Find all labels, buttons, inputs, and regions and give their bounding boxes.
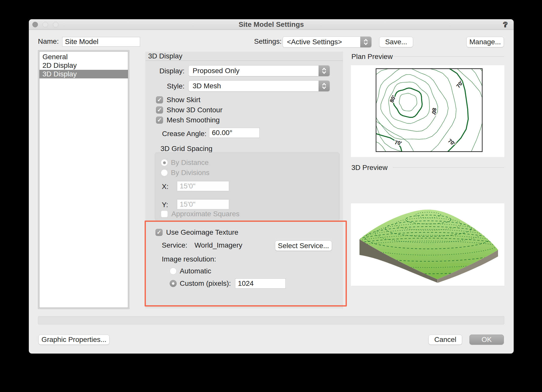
contour-label: 80' — [431, 107, 438, 115]
y-input[interactable] — [177, 199, 229, 209]
checkbox-label: Use Geoimage Texture — [166, 228, 238, 236]
cancel-button[interactable]: Cancel — [428, 335, 462, 345]
site-model-settings-dialog: Site Model Settings ? Name: Settings: <A… — [29, 19, 514, 354]
x-label: X: — [162, 183, 168, 191]
service-value: World_Imagery — [194, 241, 242, 249]
radio-custom-pixels[interactable] — [170, 280, 177, 287]
display-label: Display: — [148, 67, 185, 75]
radio-automatic[interactable] — [170, 268, 177, 275]
checkbox-label: Show Skirt — [167, 96, 200, 104]
contour-label: 70' — [447, 138, 456, 147]
style-dropdown-value: 3D Mesh — [189, 82, 319, 90]
crease-angle-label: Crease Angle: — [162, 130, 207, 138]
list-item-3d-display[interactable]: 3D Display — [39, 70, 128, 78]
checkbox-use-geoimage-texture[interactable]: ✓ — [155, 229, 163, 236]
crease-angle-input[interactable] — [209, 128, 260, 138]
radio-by-distance[interactable] — [161, 159, 168, 166]
help-icon[interactable]: ? — [503, 20, 508, 29]
list-item-general[interactable]: General — [39, 53, 128, 61]
ok-button[interactable]: OK — [469, 335, 504, 345]
save-button[interactable]: Save... — [379, 37, 413, 47]
graphic-properties-button[interactable]: Graphic Properties... — [38, 335, 109, 345]
style-label: Style: — [148, 82, 185, 90]
plan-contour-map: 70' 80' 80' 70' 70' — [376, 68, 483, 152]
service-label: Service: — [162, 241, 187, 249]
grid-spacing-title: 3D Grid Spacing — [161, 145, 212, 153]
preview-3d-title: 3D Preview — [351, 164, 388, 172]
list-item-2d-display[interactable]: 2D Display — [39, 61, 128, 70]
checkbox-label: Show 3D Contour — [167, 106, 222, 114]
section-title-3d-display: 3D Display — [148, 52, 182, 60]
category-list: General 2D Display 3D Display — [38, 50, 129, 309]
settings-dropdown[interactable]: <Active Settings> — [283, 36, 372, 48]
y-label: Y: — [162, 201, 168, 209]
plan-preview-panel: 70' 80' 80' 70' 70' — [351, 65, 504, 157]
style-dropdown[interactable]: 3D Mesh — [188, 80, 330, 92]
x-input[interactable] — [177, 181, 229, 191]
plan-preview-separator — [393, 56, 504, 57]
checkbox-show-skirt[interactable]: ✓ — [156, 96, 163, 103]
section-separator — [145, 60, 343, 61]
settings-dropdown-value: <Active Settings> — [283, 38, 360, 46]
display-dropdown-value: Proposed Only — [189, 67, 319, 75]
preview-3d-separator — [393, 167, 504, 168]
preview-3d-panel — [351, 203, 504, 286]
chevron-updown-icon — [319, 81, 330, 91]
plan-preview-title: Plan Preview — [351, 53, 393, 61]
chevron-updown-icon — [319, 66, 330, 76]
terrain-3d-image — [352, 207, 503, 283]
select-service-button[interactable]: Select Service... — [275, 241, 332, 251]
contour-label: 70' — [394, 139, 402, 146]
terrain-surface — [359, 210, 498, 279]
image-resolution-label: Image resolution: — [162, 255, 216, 263]
status-strip — [38, 316, 504, 324]
checkbox-show-3d-contour[interactable]: ✓ — [156, 106, 163, 114]
manage-button[interactable]: Manage... — [466, 37, 504, 47]
name-input[interactable] — [62, 37, 140, 47]
radio-label: Custom (pixels): — [180, 279, 231, 288]
radio-label: Automatic — [180, 267, 211, 275]
name-label: Name: — [38, 37, 59, 46]
window-title: Site Model Settings — [29, 19, 514, 30]
radio-by-divisions[interactable] — [161, 169, 168, 176]
chevron-updown-icon — [360, 37, 371, 47]
window-titlebar: Site Model Settings ? — [29, 19, 514, 30]
custom-pixels-input[interactable] — [235, 278, 286, 289]
settings-label: Settings: — [246, 37, 282, 46]
checkbox-mesh-smoothing[interactable]: ✓ — [156, 117, 163, 124]
display-dropdown[interactable]: Proposed Only — [188, 65, 330, 76]
checkbox-label: Mesh Smoothing — [167, 116, 220, 124]
checkbox-label: Approximate Squares — [171, 210, 239, 218]
radio-label: By Divisions — [171, 169, 209, 177]
radio-label: By Distance — [171, 159, 209, 167]
checkbox-approximate-squares[interactable] — [161, 210, 168, 217]
